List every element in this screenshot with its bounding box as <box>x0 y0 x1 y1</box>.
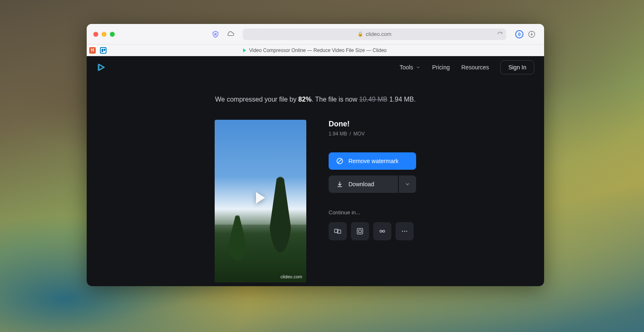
privacy-report-icon[interactable] <box>210 28 221 40</box>
svg-point-7 <box>380 230 382 232</box>
browser-window: 🔒 clideo.com 0 H Video Compressor Online… <box>87 24 544 286</box>
file-meta: 1.94 MB/MOV <box>329 131 416 137</box>
svg-rect-6 <box>359 230 362 233</box>
svg-point-11 <box>406 231 407 232</box>
1password-extension-icon[interactable]: 0 <box>515 30 523 38</box>
clideo-logo-icon[interactable] <box>97 63 106 72</box>
more-icon <box>400 227 409 235</box>
tab-strip: H Video Compressor Online — Reduce Video… <box>87 45 544 56</box>
download-group: Download <box>329 175 416 193</box>
icloud-tabs-icon[interactable] <box>225 28 236 40</box>
nav-tools[interactable]: Tools <box>400 64 421 71</box>
svg-point-0 <box>215 33 216 35</box>
address-bar[interactable]: 🔒 clideo.com <box>243 28 506 40</box>
chevron-down-icon <box>416 65 421 70</box>
resize-icon <box>356 227 364 235</box>
tab-title-text: Video Compressor Online — Reduce Video F… <box>249 47 386 53</box>
maximize-window-button[interactable] <box>110 32 115 37</box>
done-heading: Done! <box>329 120 416 128</box>
site-header: Tools Pricing Resources Sign In <box>87 56 544 78</box>
compression-summary: We compressed your file by 82%. The file… <box>215 96 416 103</box>
lock-icon: 🔒 <box>358 31 363 37</box>
watermark-text: clideo.com <box>280 274 302 279</box>
svg-point-8 <box>383 230 385 232</box>
no-symbol-icon <box>336 157 343 165</box>
merge-icon <box>334 227 342 235</box>
crop-tool-button[interactable] <box>373 222 391 240</box>
main-content: We compressed your file by 82%. The file… <box>87 78 544 286</box>
browser-toolbar: 🔒 clideo.com 0 <box>87 24 544 45</box>
minimize-window-button[interactable] <box>102 32 107 37</box>
resize-tool-button[interactable] <box>351 222 369 240</box>
close-window-button[interactable] <box>93 32 98 37</box>
clideo-favicon-icon <box>243 48 246 52</box>
continue-label: Continue in... <box>329 209 416 216</box>
download-options-button[interactable] <box>399 175 416 193</box>
remove-watermark-button[interactable]: Remove watermark <box>329 152 416 170</box>
video-preview[interactable]: clideo.com <box>215 120 306 282</box>
active-tab[interactable]: Video Compressor Online — Reduce Video F… <box>244 47 386 53</box>
download-icon <box>336 180 343 188</box>
result-row: clideo.com Done! 1.94 MB/MOV Remove wate… <box>215 120 416 282</box>
downloads-icon[interactable] <box>526 28 537 40</box>
chevron-down-icon <box>405 181 410 187</box>
page-content: Tools Pricing Resources Sign In We comp <box>87 56 544 286</box>
url-host-text: clideo.com <box>366 31 391 37</box>
pinned-tab-1[interactable]: H <box>88 46 97 55</box>
nav-pricing[interactable]: Pricing <box>432 64 450 71</box>
play-icon <box>256 192 265 204</box>
main-nav: Tools Pricing Resources Sign In <box>400 60 534 74</box>
reload-icon[interactable] <box>497 31 503 37</box>
svg-rect-5 <box>357 228 362 234</box>
pinned-tab-2[interactable] <box>98 46 108 55</box>
sign-in-button[interactable]: Sign In <box>500 60 534 74</box>
merge-tool-button[interactable] <box>329 222 347 240</box>
download-button[interactable]: Download <box>329 175 398 193</box>
window-controls <box>93 32 115 37</box>
svg-point-10 <box>404 231 405 232</box>
result-panel: Done! 1.94 MB/MOV Remove watermark <box>329 120 416 240</box>
more-tools-button[interactable] <box>395 222 414 240</box>
nav-resources[interactable]: Resources <box>461 64 489 71</box>
crop-icon <box>378 227 386 235</box>
svg-point-9 <box>402 231 403 232</box>
continue-tools-row <box>329 222 416 240</box>
